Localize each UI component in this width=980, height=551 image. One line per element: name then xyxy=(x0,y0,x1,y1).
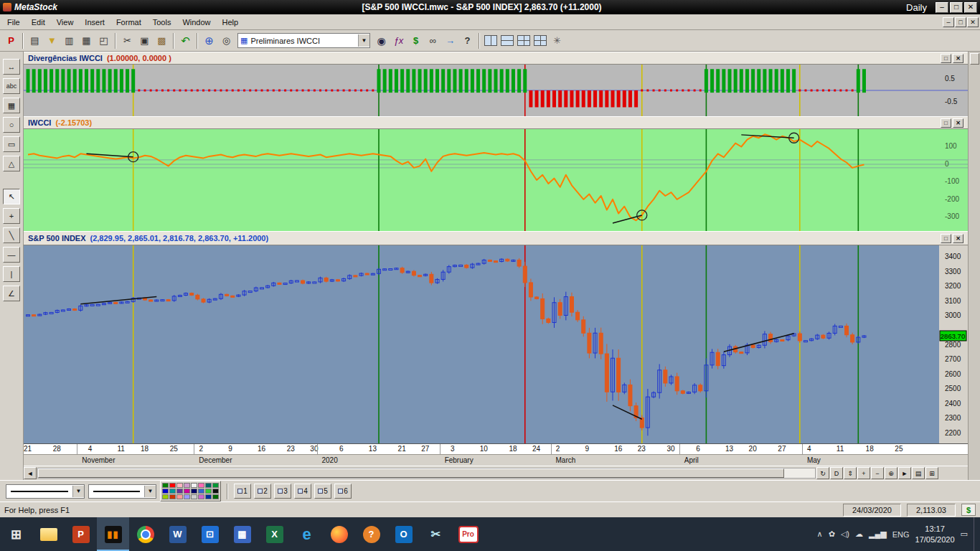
paste-button[interactable]: ▩ xyxy=(154,32,170,49)
line-weight-dropdown-arrow[interactable]: ▼ xyxy=(144,486,156,497)
taskbar-store[interactable]: ⊡ xyxy=(194,517,226,551)
vertical-scrollbar[interactable] xyxy=(968,52,980,480)
action-center-icon[interactable]: ▭ xyxy=(961,529,968,539)
menu-view[interactable]: View xyxy=(51,16,80,29)
divergencias-panel-header[interactable]: Divergências IWCCI (1.00000, 0.0000 ) □ … xyxy=(24,52,968,65)
tray-onedrive-icon[interactable]: ☁ xyxy=(855,529,863,539)
text-tool[interactable]: abc xyxy=(3,78,20,94)
taskbar-clock[interactable]: 13:17 17/05/2020 xyxy=(915,524,955,545)
panel-close-button[interactable]: ✕ xyxy=(953,118,963,128)
explorer-binoculars-button[interactable]: ∞ xyxy=(425,32,441,49)
menu-edit[interactable]: Edit xyxy=(26,16,51,29)
function-button[interactable]: ƒx xyxy=(390,32,407,49)
tile-horizontal-button[interactable] xyxy=(501,35,514,46)
menu-tools[interactable]: Tools xyxy=(147,16,177,29)
palette-color[interactable] xyxy=(212,494,219,499)
taskbar-help[interactable]: ? xyxy=(355,517,387,551)
print-preview-button[interactable]: ◰ xyxy=(95,32,112,49)
settings-button[interactable]: ✳ xyxy=(549,32,565,49)
palette-color[interactable] xyxy=(198,494,204,499)
menu-format[interactable]: Format xyxy=(110,16,147,29)
taskbar-outlook[interactable]: O xyxy=(387,517,420,551)
palette-color[interactable] xyxy=(191,494,197,499)
power-console-button[interactable]: P xyxy=(3,32,19,49)
layout-grid-button[interactable]: ⊞ xyxy=(925,467,938,479)
taskbar-chrome[interactable] xyxy=(129,517,161,551)
taskbar-word[interactable]: W xyxy=(161,517,194,551)
dollar-button[interactable]: $ xyxy=(407,32,424,49)
line-style-combobox[interactable]: ▼ xyxy=(6,484,85,499)
move-tool-button[interactable]: ⊕ xyxy=(201,32,217,49)
language-indicator[interactable]: ENG xyxy=(892,530,910,539)
menu-window[interactable]: Window xyxy=(176,16,216,29)
undo-button[interactable]: ↶ xyxy=(177,32,194,49)
combo-dropdown-arrow[interactable]: ▼ xyxy=(358,34,369,47)
taskbar-snipping[interactable]: ✂ xyxy=(420,517,452,551)
line-style-dropdown-arrow[interactable]: ▼ xyxy=(72,486,84,497)
taskbar-excel[interactable]: X xyxy=(258,517,291,551)
tile-vertical-button[interactable] xyxy=(484,35,497,46)
show-desktop-button[interactable] xyxy=(974,517,977,551)
palette-color[interactable] xyxy=(184,489,190,494)
minimize-button[interactable]: – xyxy=(936,2,948,13)
menu-insert[interactable]: Insert xyxy=(79,16,110,29)
zoom-out-button[interactable]: − xyxy=(871,467,884,479)
taskbar-firefox[interactable] xyxy=(323,517,355,551)
rescale-button[interactable]: ⇕ xyxy=(844,467,857,479)
template-combobox[interactable]: ▦ Preliminares IWCCI ▼ xyxy=(237,33,370,48)
ellipse-tool[interactable]: ○ xyxy=(3,117,20,133)
palette-color[interactable] xyxy=(212,483,219,488)
chart-page-button[interactable]: ▥ xyxy=(61,32,77,49)
layout-button-4[interactable]: 4 xyxy=(294,484,311,499)
line-tool[interactable]: ╲ xyxy=(3,227,20,243)
arrange-windows-button[interactable] xyxy=(534,35,547,46)
panel-restore-button[interactable]: □ xyxy=(941,54,951,63)
crosshair-tool[interactable]: + xyxy=(3,208,20,224)
layout-button-3[interactable]: 3 xyxy=(274,484,291,499)
currency-button[interactable]: $ xyxy=(961,504,976,516)
mdi-minimize-button[interactable]: – xyxy=(943,17,954,27)
panel-close-button[interactable]: ✕ xyxy=(953,234,963,243)
forecast-arrow-button[interactable]: → xyxy=(442,32,458,49)
taskbar-powerpoint[interactable]: P xyxy=(65,517,97,551)
new-chart-button[interactable]: ▤ xyxy=(27,32,43,49)
divergencias-chart[interactable]: 0.5-0.5 xyxy=(24,65,968,116)
tray-chevron-icon[interactable]: ∧ xyxy=(817,529,823,539)
layout-button-2[interactable]: 2 xyxy=(254,484,271,499)
palette-color[interactable] xyxy=(176,483,183,488)
periodicity-button[interactable]: D xyxy=(830,467,843,479)
globe-button[interactable]: ◉ xyxy=(373,32,390,49)
tray-volume-icon[interactable]: ◁) xyxy=(841,529,849,539)
palette-color[interactable] xyxy=(176,489,183,494)
palette-color[interactable] xyxy=(169,494,176,499)
taskbar-calculator[interactable]: ▦ xyxy=(226,517,258,551)
open-button[interactable]: ▼ xyxy=(44,32,60,49)
palette-color[interactable] xyxy=(205,489,212,494)
palette-color[interactable] xyxy=(198,489,204,494)
layout-button-6[interactable]: 6 xyxy=(334,484,352,499)
iwcci-panel-header[interactable]: IWCCI (-2.15703) □ ✕ xyxy=(24,116,968,129)
vline-tool[interactable]: | xyxy=(3,266,20,282)
copy-button[interactable]: ▣ xyxy=(136,32,153,49)
taskbar-file-explorer[interactable] xyxy=(32,517,65,551)
panel-close-button[interactable]: ✕ xyxy=(953,54,963,63)
cut-button[interactable]: ✂ xyxy=(119,32,136,49)
refresh-button[interactable]: ↻ xyxy=(816,467,829,479)
mdi-close-button[interactable]: ✕ xyxy=(967,17,979,27)
cascade-windows-button[interactable] xyxy=(517,35,530,46)
palette-color[interactable] xyxy=(162,489,169,494)
palette-color[interactable] xyxy=(169,483,176,488)
mdi-restore-button[interactable]: □ xyxy=(955,17,966,27)
price-chart[interactable]: 3400330032003100300028002700260025002400… xyxy=(24,245,968,443)
pan-tool[interactable]: ↔ xyxy=(3,59,20,75)
menu-help[interactable]: Help xyxy=(217,16,245,29)
price-panel-header[interactable]: S&P 500 INDEX (2,829.95, 2,865.01, 2,816… xyxy=(24,231,968,245)
iwcci-chart[interactable]: 1000-100-200-300 xyxy=(24,129,968,231)
taskbar-pro[interactable]: Pro xyxy=(452,517,484,551)
print-button[interactable]: ▦ xyxy=(78,32,95,49)
zoom-in-button[interactable]: + xyxy=(857,467,870,479)
taskbar-edge[interactable]: e xyxy=(291,517,323,551)
palette-color[interactable] xyxy=(162,483,169,488)
palette-color[interactable] xyxy=(162,494,169,499)
palette-color[interactable] xyxy=(205,494,212,499)
